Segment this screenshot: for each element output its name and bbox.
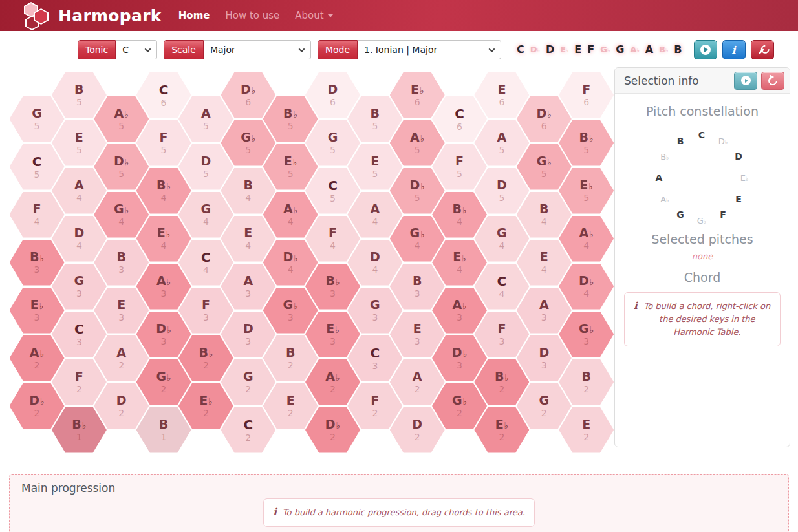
pitch-class-Bb[interactable]: B♭ [659, 45, 668, 54]
hex-key-Bb2[interactable]: B♭2 [474, 359, 529, 405]
hex-key-Ab5[interactable]: A♭5 [94, 96, 149, 142]
hex-key-Db5[interactable]: D♭5 [94, 144, 149, 190]
hex-key-Ab4[interactable]: A♭4 [263, 192, 318, 238]
pitch-class-Db[interactable]: D♭ [530, 45, 540, 54]
hex-key-C3[interactable]: C3 [347, 335, 402, 381]
hex-key-F3[interactable]: F3 [474, 312, 529, 357]
hex-key-G4[interactable]: G4 [178, 192, 233, 238]
scale-label-button[interactable]: Scale [164, 40, 204, 59]
hex-key-C6[interactable]: C6 [136, 72, 191, 118]
hex-key-C4[interactable]: C4 [474, 264, 529, 310]
nav-link-about[interactable]: About [295, 10, 332, 21]
hex-key-E3[interactable]: E3 [390, 312, 445, 357]
hex-key-G2[interactable]: G2 [221, 359, 275, 405]
hex-key-Gb3[interactable]: G♭3 [559, 312, 614, 357]
hex-key-B3[interactable]: B3 [94, 240, 149, 286]
hex-key-Bb5[interactable]: B♭5 [559, 120, 614, 166]
hex-key-E4[interactable]: E4 [221, 216, 275, 262]
hex-key-B3[interactable]: B3 [390, 264, 445, 310]
hex-key-Db6[interactable]: D♭6 [517, 96, 572, 142]
hex-key-Bb2[interactable]: B♭2 [178, 335, 233, 381]
hex-key-A2[interactable]: A2 [390, 359, 445, 405]
hex-key-C2[interactable]: C2 [221, 407, 275, 453]
hex-key-Ab5[interactable]: A♭5 [390, 120, 445, 166]
play-button[interactable] [694, 40, 717, 59]
hex-key-Gb2[interactable]: G♭2 [136, 359, 191, 405]
hex-key-D2[interactable]: D2 [390, 407, 445, 453]
hex-key-F4[interactable]: F4 [305, 216, 360, 262]
hex-key-Bb1[interactable]: B♭1 [52, 407, 107, 453]
hex-key-B4[interactable]: B4 [221, 168, 275, 214]
hex-key-Ab3[interactable]: A♭3 [136, 264, 191, 310]
hex-key-Gb5[interactable]: G♭5 [221, 120, 275, 166]
hex-key-Db4[interactable]: D♭4 [263, 240, 318, 286]
pitch-class-Eb[interactable]: E♭ [560, 45, 568, 54]
hex-key-Eb3[interactable]: E♭3 [10, 288, 65, 334]
hex-key-D3[interactable]: D3 [517, 335, 572, 381]
hex-key-Eb5[interactable]: E♭5 [263, 144, 318, 190]
hex-key-Ab3[interactable]: A♭3 [432, 288, 487, 334]
mode-label-button[interactable]: Mode [318, 40, 358, 59]
hex-key-Bb3[interactable]: B♭3 [305, 264, 360, 310]
panel-reset-button[interactable] [761, 72, 784, 90]
hex-key-F5[interactable]: F5 [432, 144, 487, 190]
hex-key-D3[interactable]: D3 [221, 312, 275, 357]
hex-key-G3[interactable]: G3 [52, 264, 107, 310]
hex-key-C5[interactable]: C5 [305, 168, 360, 214]
hex-key-B4[interactable]: B4 [517, 192, 572, 238]
settings-button[interactable] [751, 40, 774, 59]
hex-key-F5[interactable]: F5 [136, 120, 191, 166]
hex-key-Db6[interactable]: D♭6 [221, 72, 275, 118]
hex-key-F6[interactable]: F6 [559, 72, 614, 118]
pitch-class-E[interactable]: E [574, 45, 581, 55]
hex-key-G5[interactable]: G5 [10, 96, 65, 142]
hex-key-G4[interactable]: G4 [474, 216, 529, 262]
hex-key-A2[interactable]: A2 [94, 335, 149, 381]
pitch-class-F[interactable]: F [587, 45, 594, 55]
hex-key-D4[interactable]: D4 [347, 240, 402, 286]
hex-key-D2[interactable]: D2 [94, 383, 149, 429]
hex-key-E2[interactable]: E2 [559, 407, 614, 453]
hex-key-Db5[interactable]: D♭5 [390, 168, 445, 214]
hex-key-A5[interactable]: A5 [474, 120, 529, 166]
hex-key-E3[interactable]: E3 [94, 288, 149, 334]
hex-key-Ab2[interactable]: A♭2 [10, 335, 65, 381]
info-button[interactable]: i [722, 40, 746, 59]
pitch-class-Ab[interactable]: A♭ [630, 45, 639, 54]
pitch-class-A[interactable]: A [645, 45, 653, 55]
hex-key-D4[interactable]: D4 [52, 216, 107, 262]
hex-key-E2[interactable]: E2 [263, 383, 318, 429]
hex-key-B5[interactable]: B5 [52, 72, 107, 118]
hex-key-C4[interactable]: C4 [178, 240, 233, 286]
hex-key-Db2[interactable]: D♭2 [10, 383, 65, 429]
hex-key-E4[interactable]: E4 [517, 240, 572, 286]
hex-key-Db3[interactable]: D♭3 [136, 312, 191, 357]
hex-key-Gb5[interactable]: G♭5 [517, 144, 572, 190]
hex-key-A5[interactable]: A5 [178, 96, 233, 142]
hex-key-Eb4[interactable]: E♭4 [432, 240, 487, 286]
hex-key-E5[interactable]: E5 [52, 120, 107, 166]
hex-key-B5[interactable]: B5 [347, 96, 402, 142]
hex-key-Eb4[interactable]: E♭4 [136, 216, 191, 262]
pitch-class-C[interactable]: C [517, 45, 524, 55]
hex-key-B2[interactable]: B2 [263, 335, 318, 381]
hex-key-E6[interactable]: E6 [474, 72, 529, 118]
hex-key-Eb2[interactable]: E♭2 [474, 407, 529, 453]
hex-key-Eb2[interactable]: E♭2 [178, 383, 233, 429]
hex-key-B1[interactable]: B1 [136, 407, 191, 453]
hex-key-G5[interactable]: G5 [305, 120, 360, 166]
hex-key-Gb4[interactable]: G♭4 [390, 216, 445, 262]
hex-key-F3[interactable]: F3 [178, 288, 233, 334]
pitch-class-Gb[interactable]: G♭ [600, 45, 610, 54]
panel-play-button[interactable] [734, 72, 757, 90]
hex-key-Db2[interactable]: D♭2 [305, 407, 360, 453]
hex-key-F4[interactable]: F4 [10, 192, 65, 238]
hex-key-D5[interactable]: D5 [474, 168, 529, 214]
mode-select[interactable]: 1. Ionian | Major [358, 40, 501, 59]
hex-key-Eb3[interactable]: E♭3 [305, 312, 360, 357]
hex-key-Ab4[interactable]: A♭4 [559, 216, 614, 262]
hex-key-G3[interactable]: G3 [347, 288, 402, 334]
hex-key-A4[interactable]: A4 [52, 168, 107, 214]
hex-key-D6[interactable]: D6 [305, 72, 360, 118]
pitch-class-G[interactable]: G [616, 45, 624, 55]
